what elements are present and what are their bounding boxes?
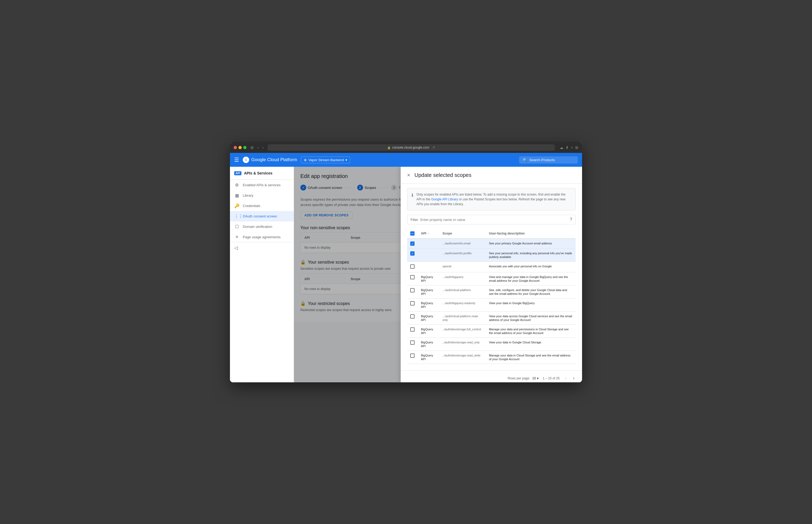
row-scope: ../auth/devstorage.read_only	[440, 338, 486, 351]
project-dropdown-icon: ▾	[345, 158, 347, 162]
row-description: Associate you with your personal info on…	[486, 262, 576, 273]
api-badge: API	[234, 171, 242, 175]
checkbox-row-2[interactable]	[410, 264, 415, 269]
dialog-overlay: × Update selected scopes ℹ Only scopes f…	[294, 167, 582, 382]
project-selector[interactable]: ⊕ Vapor Stream Backend ▾	[301, 157, 350, 163]
gcp-logo-icon: G	[243, 157, 249, 163]
address-bar[interactable]: 🔒 console.cloud.google.com ↺	[268, 144, 554, 151]
table-row: BigQuery API.../auth/cloud-platform.read…	[407, 312, 576, 325]
row-description: Manage your data in Cloud Storage and se…	[486, 351, 576, 364]
back-btn[interactable]: ‹	[256, 145, 260, 150]
checkbox-row-6[interactable]	[410, 314, 415, 318]
lock-icon: 🔒	[387, 146, 391, 149]
filter-input[interactable]	[420, 218, 568, 222]
content-layout: API APIs & Services ⚙ Enabled APIs & ser…	[230, 167, 582, 382]
api-library-link[interactable]: Google API Library	[431, 197, 458, 201]
checkbox-row-7[interactable]	[410, 327, 415, 332]
main-wrapper: Edit app registration ✓ OAuth consent sc…	[294, 167, 582, 382]
checkbox-row-4[interactable]	[410, 288, 415, 292]
search-bar[interactable]: 🔍 Search Products	[519, 156, 578, 164]
sidebar-collapse-btn[interactable]: ◁	[230, 242, 294, 253]
col-check: —	[407, 229, 418, 239]
domain-icon: ☐	[234, 224, 239, 229]
traffic-lights	[234, 146, 247, 149]
sidebar-label-domain: Domain verification	[243, 225, 272, 229]
checkbox-row-8[interactable]	[410, 341, 415, 345]
row-api	[418, 262, 440, 273]
row-description: View your data across Google Cloud servi…	[486, 312, 576, 325]
sidebar-item-page-usage[interactable]: ≡ Page usage agreements	[230, 232, 294, 242]
dialog-panel: × Update selected scopes ℹ Only scopes f…	[401, 167, 582, 382]
checkbox-row-0[interactable]: ✓	[410, 242, 415, 246]
expand-traffic-light[interactable]	[243, 146, 247, 149]
row-checkbox-cell	[407, 298, 418, 312]
sidebar-item-library[interactable]: ▦ Library	[230, 190, 294, 201]
table-row: ✓.../auth/userinfo.emailSee your primary…	[407, 239, 576, 249]
checkbox-row-1[interactable]: ✓	[410, 251, 415, 256]
sidebar-item-oauth[interactable]: ⋮⋮ OAuth consent screen	[230, 211, 294, 222]
library-icon: ▦	[234, 193, 239, 198]
close-traffic-light[interactable]	[234, 146, 237, 149]
row-checkbox-cell	[407, 273, 418, 285]
rows-per-page-select[interactable]: 10 ▾	[532, 376, 538, 380]
row-checkbox-cell	[407, 262, 418, 273]
dialog-close-btn[interactable]: ×	[407, 172, 410, 178]
table-row: openidAssociate you with your personal i…	[407, 262, 576, 273]
info-banner: ℹ Only scopes for enabled APIs are liste…	[407, 188, 576, 211]
row-checkbox-cell: ✓	[407, 249, 418, 262]
prev-page-btn[interactable]: ‹	[564, 374, 568, 382]
app-container: ☰ G Google Cloud Platform ⊕ Vapor Stream…	[230, 153, 582, 382]
next-page-btn[interactable]: ›	[572, 374, 576, 382]
sidebar-item-domain[interactable]: ☐ Domain verification	[230, 222, 294, 232]
row-api: BigQuery API	[418, 325, 440, 338]
rows-per-page: Rows per page: 10 ▾	[508, 376, 538, 380]
rows-value: 10	[532, 376, 536, 380]
row-checkbox-cell	[407, 351, 418, 364]
forward-btn[interactable]: ›	[261, 145, 265, 150]
table-row: BigQuery API.../auth/bigqueryView and ma…	[407, 273, 576, 285]
project-name: Vapor Stream Backend	[308, 158, 344, 162]
new-tab-icon[interactable]: +	[571, 145, 573, 150]
filter-row: Filter ?	[407, 215, 576, 224]
row-api	[418, 249, 440, 262]
cloud-icon[interactable]: ☁	[560, 145, 563, 150]
row-scope: ../auth/devstorage.full_control	[440, 325, 486, 338]
hamburger-btn[interactable]: ☰	[234, 157, 239, 163]
minimize-traffic-light[interactable]	[238, 146, 242, 149]
share-icon[interactable]: ⬆	[565, 145, 569, 150]
url-text: console.cloud.google.com	[392, 146, 429, 149]
row-checkbox-cell	[407, 285, 418, 298]
row-api: BigQuery API	[418, 338, 440, 351]
browser-right-icons: ☁ ⬆ + ⊞	[560, 145, 578, 150]
help-icon[interactable]: ?	[570, 217, 572, 222]
checkbox-row-3[interactable]	[410, 275, 415, 279]
api-sort-icon[interactable]: ↑	[428, 232, 430, 235]
window-controls: ⊞ ‹ ›	[249, 145, 265, 150]
sidebar-toggle-btn[interactable]: ⊞	[249, 145, 255, 150]
enabled-apis-icon: ⚙	[234, 182, 239, 187]
row-scope: .../auth/cloud-platform	[440, 285, 486, 298]
col-api: API ↑	[418, 229, 440, 239]
row-checkbox-cell	[407, 325, 418, 338]
sidebar-item-credentials[interactable]: 🔑 Credentials	[230, 201, 294, 211]
checkbox-row-9[interactable]	[410, 354, 415, 358]
col-scope: Scope	[440, 229, 486, 239]
filter-label: Filter	[411, 218, 418, 222]
row-scope: openid	[440, 262, 486, 273]
row-scope: .../auth/bigquery	[440, 273, 486, 285]
row-checkbox-cell	[407, 312, 418, 325]
row-scope: ../auth/devstorage.read_write	[440, 351, 486, 364]
sidebar-item-enabled-apis[interactable]: ⚙ Enabled APIs & services	[230, 180, 294, 190]
rows-dropdown-icon: ▾	[537, 376, 538, 380]
row-description: Manage your data and permissions in Clou…	[486, 325, 576, 338]
row-api: BigQuery API	[418, 312, 440, 325]
grid-icon[interactable]: ⊞	[575, 145, 578, 150]
table-row: BigQuery API.../auth/bigquery.readonlyVi…	[407, 298, 576, 312]
row-description: View your data in Google Cloud Storage	[486, 338, 576, 351]
sidebar-header: API APIs & Services	[230, 167, 294, 180]
row-description: See your primary Google Account email ad…	[486, 239, 576, 249]
dialog-header: × Update selected scopes	[401, 167, 582, 184]
dialog-body: ℹ Only scopes for enabled APIs are liste…	[401, 184, 582, 368]
select-all-checkbox[interactable]: —	[410, 231, 415, 235]
checkbox-row-5[interactable]	[410, 301, 415, 306]
